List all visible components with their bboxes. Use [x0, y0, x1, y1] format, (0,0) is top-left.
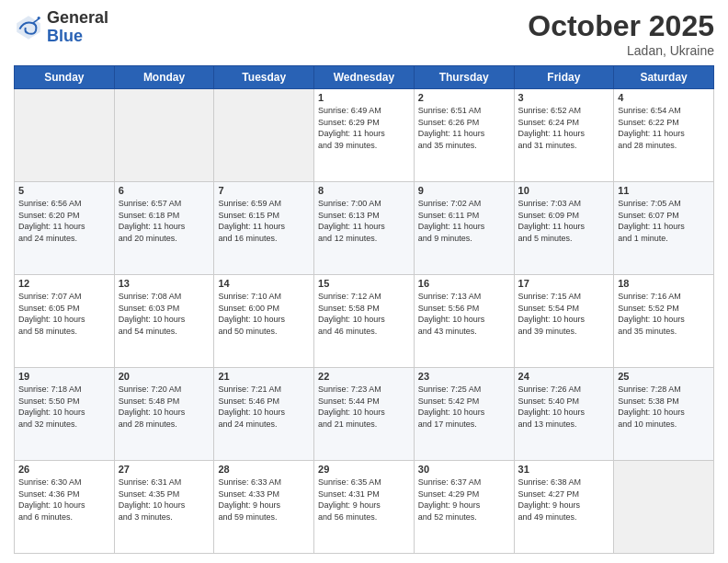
weekday-header-saturday: Saturday — [614, 66, 714, 89]
week-row-4: 26Sunrise: 6:30 AM Sunset: 4:36 PM Dayli… — [15, 461, 714, 554]
week-row-2: 12Sunrise: 7:07 AM Sunset: 6:05 PM Dayli… — [15, 275, 714, 368]
day-info: Sunrise: 7:08 AM Sunset: 6:03 PM Dayligh… — [119, 291, 210, 337]
logo: General Blue — [14, 9, 108, 46]
day-cell: 11Sunrise: 7:05 AM Sunset: 6:07 PM Dayli… — [614, 182, 714, 275]
logo-icon — [14, 13, 43, 42]
day-cell: 4Sunrise: 6:54 AM Sunset: 6:22 PM Daylig… — [614, 89, 714, 182]
day-number: 13 — [119, 278, 210, 289]
day-number: 10 — [518, 185, 610, 196]
day-cell: 13Sunrise: 7:08 AM Sunset: 6:03 PM Dayli… — [114, 275, 214, 368]
day-info: Sunrise: 6:59 AM Sunset: 6:15 PM Dayligh… — [218, 198, 310, 244]
day-info: Sunrise: 6:37 AM Sunset: 4:29 PM Dayligh… — [418, 477, 510, 523]
day-cell: 15Sunrise: 7:12 AM Sunset: 5:58 PM Dayli… — [314, 275, 415, 368]
weekday-header-row: SundayMondayTuesdayWednesdayThursdayFrid… — [15, 66, 714, 89]
day-cell: 30Sunrise: 6:37 AM Sunset: 4:29 PM Dayli… — [414, 461, 514, 554]
day-number: 27 — [119, 464, 210, 475]
day-number: 2 — [418, 92, 510, 103]
day-number: 19 — [18, 371, 110, 382]
day-info: Sunrise: 7:26 AM Sunset: 5:40 PM Dayligh… — [518, 384, 610, 430]
day-cell: 12Sunrise: 7:07 AM Sunset: 6:05 PM Dayli… — [15, 275, 115, 368]
day-cell: 31Sunrise: 6:38 AM Sunset: 4:27 PM Dayli… — [514, 461, 614, 554]
day-info: Sunrise: 7:23 AM Sunset: 5:44 PM Dayligh… — [318, 384, 410, 430]
day-number: 31 — [518, 464, 610, 475]
day-cell: 5Sunrise: 6:56 AM Sunset: 6:20 PM Daylig… — [15, 182, 115, 275]
week-row-1: 5Sunrise: 6:56 AM Sunset: 6:20 PM Daylig… — [15, 182, 714, 275]
weekday-header-thursday: Thursday — [414, 66, 514, 89]
day-cell: 22Sunrise: 7:23 AM Sunset: 5:44 PM Dayli… — [314, 368, 415, 461]
day-number: 12 — [18, 278, 110, 289]
svg-point-1 — [38, 17, 40, 19]
day-cell: 9Sunrise: 7:02 AM Sunset: 6:11 PM Daylig… — [414, 182, 514, 275]
day-cell: 24Sunrise: 7:26 AM Sunset: 5:40 PM Dayli… — [514, 368, 614, 461]
day-cell — [114, 89, 214, 182]
day-number: 4 — [618, 92, 710, 103]
day-info: Sunrise: 7:02 AM Sunset: 6:11 PM Dayligh… — [418, 198, 510, 244]
day-info: Sunrise: 7:10 AM Sunset: 6:00 PM Dayligh… — [218, 291, 310, 337]
day-info: Sunrise: 7:20 AM Sunset: 5:48 PM Dayligh… — [119, 384, 210, 430]
day-cell: 14Sunrise: 7:10 AM Sunset: 6:00 PM Dayli… — [214, 275, 314, 368]
day-cell: 6Sunrise: 6:57 AM Sunset: 6:18 PM Daylig… — [114, 182, 214, 275]
day-number: 8 — [318, 185, 410, 196]
page: General Blue October 2025 Ladan, Ukraine… — [0, 0, 728, 563]
day-info: Sunrise: 7:07 AM Sunset: 6:05 PM Dayligh… — [18, 291, 110, 337]
weekday-header-friday: Friday — [514, 66, 614, 89]
day-info: Sunrise: 7:18 AM Sunset: 5:50 PM Dayligh… — [18, 384, 110, 430]
day-info: Sunrise: 6:33 AM Sunset: 4:33 PM Dayligh… — [218, 477, 310, 523]
day-cell — [15, 89, 115, 182]
month-title: October 2025 — [528, 9, 714, 43]
header: General Blue October 2025 Ladan, Ukraine — [14, 9, 714, 58]
day-number: 24 — [518, 371, 610, 382]
day-number: 17 — [518, 278, 610, 289]
day-info: Sunrise: 7:21 AM Sunset: 5:46 PM Dayligh… — [218, 384, 310, 430]
day-cell: 23Sunrise: 7:25 AM Sunset: 5:42 PM Dayli… — [414, 368, 514, 461]
day-info: Sunrise: 7:05 AM Sunset: 6:07 PM Dayligh… — [618, 198, 710, 244]
day-number: 29 — [318, 464, 410, 475]
day-info: Sunrise: 6:49 AM Sunset: 6:29 PM Dayligh… — [318, 105, 410, 151]
day-number: 16 — [418, 278, 510, 289]
day-cell: 18Sunrise: 7:16 AM Sunset: 5:52 PM Dayli… — [614, 275, 714, 368]
day-number: 14 — [218, 278, 310, 289]
day-number: 23 — [418, 371, 510, 382]
day-number: 1 — [318, 92, 410, 103]
day-cell: 25Sunrise: 7:28 AM Sunset: 5:38 PM Dayli… — [614, 368, 714, 461]
logo-general: General — [47, 8, 108, 27]
day-info: Sunrise: 7:25 AM Sunset: 5:42 PM Dayligh… — [418, 384, 510, 430]
day-number: 22 — [318, 371, 410, 382]
day-info: Sunrise: 7:13 AM Sunset: 5:56 PM Dayligh… — [418, 291, 510, 337]
day-number: 28 — [218, 464, 310, 475]
day-number: 18 — [618, 278, 710, 289]
day-number: 11 — [618, 185, 710, 196]
day-number: 30 — [418, 464, 510, 475]
day-cell: 7Sunrise: 6:59 AM Sunset: 6:15 PM Daylig… — [214, 182, 314, 275]
day-info: Sunrise: 6:52 AM Sunset: 6:24 PM Dayligh… — [518, 105, 610, 151]
day-info: Sunrise: 7:16 AM Sunset: 5:52 PM Dayligh… — [618, 291, 710, 337]
day-cell: 17Sunrise: 7:15 AM Sunset: 5:54 PM Dayli… — [514, 275, 614, 368]
day-info: Sunrise: 7:28 AM Sunset: 5:38 PM Dayligh… — [618, 384, 710, 430]
day-number: 5 — [18, 185, 110, 196]
day-cell: 1Sunrise: 6:49 AM Sunset: 6:29 PM Daylig… — [314, 89, 415, 182]
day-cell: 3Sunrise: 6:52 AM Sunset: 6:24 PM Daylig… — [514, 89, 614, 182]
weekday-header-sunday: Sunday — [15, 66, 115, 89]
day-number: 6 — [119, 185, 210, 196]
day-info: Sunrise: 7:15 AM Sunset: 5:54 PM Dayligh… — [518, 291, 610, 337]
day-cell — [214, 89, 314, 182]
day-info: Sunrise: 7:03 AM Sunset: 6:09 PM Dayligh… — [518, 198, 610, 244]
day-info: Sunrise: 6:57 AM Sunset: 6:18 PM Dayligh… — [119, 198, 210, 244]
day-cell: 20Sunrise: 7:20 AM Sunset: 5:48 PM Dayli… — [114, 368, 214, 461]
weekday-header-monday: Monday — [114, 66, 214, 89]
day-info: Sunrise: 6:30 AM Sunset: 4:36 PM Dayligh… — [18, 477, 110, 523]
day-cell: 28Sunrise: 6:33 AM Sunset: 4:33 PM Dayli… — [214, 461, 314, 554]
day-number: 21 — [218, 371, 310, 382]
day-info: Sunrise: 6:51 AM Sunset: 6:26 PM Dayligh… — [418, 105, 510, 151]
day-cell — [614, 461, 714, 554]
week-row-0: 1Sunrise: 6:49 AM Sunset: 6:29 PM Daylig… — [15, 89, 714, 182]
day-number: 3 — [518, 92, 610, 103]
day-number: 15 — [318, 278, 410, 289]
day-number: 9 — [418, 185, 510, 196]
logo-text: General Blue — [47, 9, 108, 46]
day-info: Sunrise: 6:35 AM Sunset: 4:31 PM Dayligh… — [318, 477, 410, 523]
day-info: Sunrise: 6:56 AM Sunset: 6:20 PM Dayligh… — [18, 198, 110, 244]
day-number: 20 — [119, 371, 210, 382]
day-cell: 27Sunrise: 6:31 AM Sunset: 4:35 PM Dayli… — [114, 461, 214, 554]
day-cell: 10Sunrise: 7:03 AM Sunset: 6:09 PM Dayli… — [514, 182, 614, 275]
